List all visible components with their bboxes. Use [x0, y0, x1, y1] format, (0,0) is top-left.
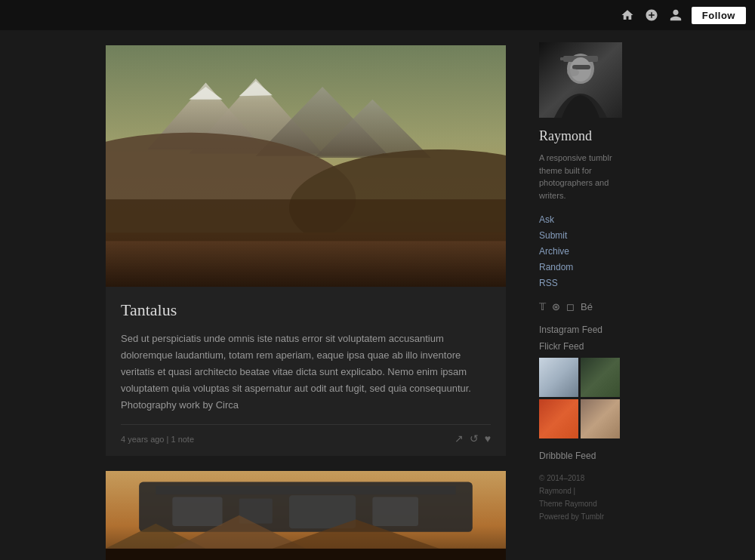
dribbble-feed-title: Dribbble Feed [539, 451, 616, 461]
post-text: Sed ut perspiciatis unde omnis iste natu… [121, 331, 491, 414]
post-card-2 [106, 471, 506, 560]
theme-link[interactable]: Theme Raymond [539, 500, 597, 508]
social-icons: 𝕋 ⊛ ◻ Bé [539, 301, 616, 312]
flickr-thumb-2[interactable] [581, 358, 620, 397]
nav-item-archive[interactable]: Archive [539, 244, 616, 257]
user-icon[interactable] [667, 7, 684, 23]
flickr-thumb-4[interactable] [581, 399, 620, 438]
sidebar: Raymond A responsive tumblr theme built … [528, 30, 627, 560]
post-title: Tantalus [121, 300, 491, 320]
nav-link-rss[interactable]: RSS [539, 278, 558, 288]
svg-rect-26 [560, 57, 568, 60]
svg-rect-17 [372, 497, 418, 527]
share-icon[interactable]: ↗ [455, 432, 464, 445]
blog-description: A responsive tumblr theme built for phot… [539, 152, 616, 202]
post-body: Tantalus Sed ut perspiciatis unde omnis … [106, 287, 506, 456]
instagram-icon[interactable]: ◻ [566, 301, 575, 312]
top-navigation: Follow [0, 0, 755, 30]
post-card: Tantalus Sed ut perspiciatis unde omnis … [106, 45, 506, 456]
svg-rect-14 [172, 497, 222, 527]
instagram-feed-section: Instagram Feed [539, 325, 616, 335]
instagram-feed-title: Instagram Feed [539, 325, 616, 335]
flickr-thumb-1[interactable] [539, 358, 578, 397]
svg-rect-10 [106, 199, 506, 241]
svg-point-29 [567, 69, 579, 76]
nav-item-rss[interactable]: RSS [539, 275, 616, 289]
nav-link-random[interactable]: Random [539, 262, 573, 272]
post-footer: 4 years ago | 1 note ↗ ↺ ♥ [121, 424, 491, 445]
sidebar-navigation: Ask Submit Archive Random RSS [539, 212, 616, 289]
post-meta: 4 years ago | 1 note [121, 435, 194, 444]
blog-name: Raymond [539, 128, 616, 144]
copyright-text: © 2014–2018 Raymond | [539, 472, 616, 497]
sidebar-footer: © 2014–2018 Raymond | Theme Raymond Powe… [539, 472, 616, 523]
home-icon[interactable] [619, 7, 636, 23]
powered-link[interactable]: Powered by Tumblr [539, 512, 604, 521]
nav-item-ask[interactable]: Ask [539, 212, 616, 226]
post-actions: ↗ ↺ ♥ [455, 432, 491, 445]
dribbble-feed-section: Dribbble Feed [539, 451, 616, 461]
flickr-grid [539, 358, 616, 438]
svg-rect-28 [572, 65, 590, 69]
profile-avatar [539, 42, 622, 118]
behance-icon[interactable]: Bé [581, 301, 593, 312]
compose-icon[interactable] [643, 7, 660, 23]
page-layout: Tantalus Sed ut perspiciatis unde omnis … [0, 0, 755, 560]
nav-item-submit[interactable]: Submit [539, 228, 616, 242]
main-content: Tantalus Sed ut perspiciatis unde omnis … [0, 30, 528, 560]
like-icon[interactable]: ♥ [485, 433, 491, 445]
post-2-image [106, 471, 506, 560]
post-image [106, 45, 506, 287]
reblog-icon[interactable]: ↺ [470, 432, 479, 445]
svg-rect-21 [106, 549, 506, 560]
flickr-feed-title: Flickr Feed [539, 341, 616, 352]
nav-item-random[interactable]: Random [539, 260, 616, 273]
follow-button[interactable]: Follow [692, 7, 746, 24]
nav-link-submit[interactable]: Submit [539, 230, 567, 241]
dribbble-icon[interactable]: ⊛ [552, 301, 560, 312]
flickr-thumb-3[interactable] [539, 399, 578, 438]
twitter-icon[interactable]: 𝕋 [539, 301, 546, 312]
nav-link-ask[interactable]: Ask [539, 214, 554, 225]
mountain-image [106, 45, 506, 287]
svg-rect-13 [156, 487, 456, 495]
nav-link-archive[interactable]: Archive [539, 246, 569, 257]
flickr-feed-section: Flickr Feed [539, 341, 616, 438]
